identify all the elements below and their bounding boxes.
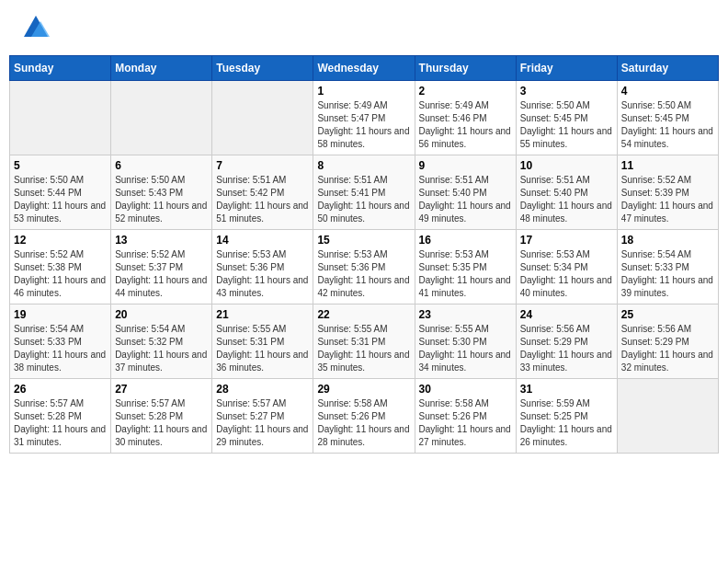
day-number: 30 xyxy=(419,383,512,396)
day-number: 24 xyxy=(520,308,613,321)
day-info: Sunrise: 5:51 AMSunset: 5:40 PMDaylight:… xyxy=(419,174,512,225)
calendar-cell: 8Sunrise: 5:51 AMSunset: 5:41 PMDaylight… xyxy=(313,155,415,230)
weekday-header: Saturday xyxy=(617,56,718,81)
calendar-cell: 29Sunrise: 5:58 AMSunset: 5:26 PMDayligh… xyxy=(313,379,415,454)
calendar-cell: 1Sunrise: 5:49 AMSunset: 5:47 PMDaylight… xyxy=(313,81,415,155)
calendar-cell: 16Sunrise: 5:53 AMSunset: 5:35 PMDayligh… xyxy=(415,230,516,304)
calendar-cell: 10Sunrise: 5:51 AMSunset: 5:40 PMDayligh… xyxy=(516,155,617,230)
day-info: Sunrise: 5:57 AMSunset: 5:28 PMDaylight:… xyxy=(115,397,208,449)
calendar-cell: 17Sunrise: 5:53 AMSunset: 5:34 PMDayligh… xyxy=(516,230,617,304)
day-number: 1 xyxy=(317,85,410,98)
calendar-cell: 7Sunrise: 5:51 AMSunset: 5:42 PMDaylight… xyxy=(212,155,313,230)
day-number: 27 xyxy=(115,383,208,396)
day-number: 8 xyxy=(317,159,410,172)
calendar-cell: 23Sunrise: 5:55 AMSunset: 5:30 PMDayligh… xyxy=(415,304,516,379)
day-number: 6 xyxy=(115,159,208,172)
weekday-header: Tuesday xyxy=(212,56,313,81)
calendar-cell xyxy=(212,81,313,155)
day-info: Sunrise: 5:58 AMSunset: 5:26 PMDaylight:… xyxy=(317,397,410,449)
day-info: Sunrise: 5:50 AMSunset: 5:45 PMDaylight:… xyxy=(520,99,613,151)
day-info: Sunrise: 5:56 AMSunset: 5:29 PMDaylight:… xyxy=(520,323,613,374)
day-number: 10 xyxy=(520,159,613,172)
day-info: Sunrise: 5:49 AMSunset: 5:46 PMDaylight:… xyxy=(419,99,512,151)
day-info: Sunrise: 5:51 AMSunset: 5:40 PMDaylight:… xyxy=(520,174,613,225)
calendar-cell: 30Sunrise: 5:58 AMSunset: 5:26 PMDayligh… xyxy=(415,379,516,454)
day-info: Sunrise: 5:55 AMSunset: 5:30 PMDaylight:… xyxy=(419,323,512,374)
calendar-cell xyxy=(10,81,111,155)
day-info: Sunrise: 5:55 AMSunset: 5:31 PMDaylight:… xyxy=(317,323,410,374)
day-number: 23 xyxy=(419,308,512,321)
calendar-week-row: 1Sunrise: 5:49 AMSunset: 5:47 PMDaylight… xyxy=(10,81,719,155)
calendar-cell: 2Sunrise: 5:49 AMSunset: 5:46 PMDaylight… xyxy=(415,81,516,155)
day-info: Sunrise: 5:53 AMSunset: 5:36 PMDaylight:… xyxy=(216,248,309,300)
calendar-table: SundayMondayTuesdayWednesdayThursdayFrid… xyxy=(9,55,719,454)
day-number: 18 xyxy=(621,234,714,247)
day-number: 15 xyxy=(317,234,410,247)
day-number: 17 xyxy=(520,234,613,247)
day-info: Sunrise: 5:57 AMSunset: 5:28 PMDaylight:… xyxy=(14,397,107,449)
day-number: 11 xyxy=(621,159,714,172)
day-number: 3 xyxy=(520,85,613,98)
day-number: 28 xyxy=(216,383,309,396)
calendar-cell: 5Sunrise: 5:50 AMSunset: 5:44 PMDaylight… xyxy=(10,155,111,230)
day-number: 21 xyxy=(216,308,309,321)
day-info: Sunrise: 5:59 AMSunset: 5:25 PMDaylight:… xyxy=(520,397,613,449)
day-info: Sunrise: 5:52 AMSunset: 5:37 PMDaylight:… xyxy=(115,248,208,300)
calendar-cell: 19Sunrise: 5:54 AMSunset: 5:33 PMDayligh… xyxy=(10,304,111,379)
weekday-header: Friday xyxy=(516,56,617,81)
day-info: Sunrise: 5:50 AMSunset: 5:45 PMDaylight:… xyxy=(621,99,714,151)
day-info: Sunrise: 5:50 AMSunset: 5:44 PMDaylight:… xyxy=(14,174,107,225)
calendar-cell: 26Sunrise: 5:57 AMSunset: 5:28 PMDayligh… xyxy=(10,379,111,454)
calendar-week-row: 5Sunrise: 5:50 AMSunset: 5:44 PMDaylight… xyxy=(10,155,719,230)
calendar-cell xyxy=(111,81,212,155)
calendar-cell: 3Sunrise: 5:50 AMSunset: 5:45 PMDaylight… xyxy=(516,81,617,155)
calendar-header: SundayMondayTuesdayWednesdayThursdayFrid… xyxy=(10,56,719,81)
weekday-header: Thursday xyxy=(415,56,516,81)
day-number: 12 xyxy=(14,234,107,247)
day-info: Sunrise: 5:56 AMSunset: 5:29 PMDaylight:… xyxy=(621,323,714,374)
day-number: 9 xyxy=(419,159,512,172)
calendar-cell: 6Sunrise: 5:50 AMSunset: 5:43 PMDaylight… xyxy=(111,155,212,230)
day-info: Sunrise: 5:49 AMSunset: 5:47 PMDaylight:… xyxy=(317,99,410,151)
day-info: Sunrise: 5:57 AMSunset: 5:27 PMDaylight:… xyxy=(216,397,309,449)
page-header xyxy=(9,9,719,46)
calendar-week-row: 12Sunrise: 5:52 AMSunset: 5:38 PMDayligh… xyxy=(10,230,719,304)
logo-icon xyxy=(22,14,50,41)
calendar-cell: 14Sunrise: 5:53 AMSunset: 5:36 PMDayligh… xyxy=(212,230,313,304)
day-number: 26 xyxy=(14,383,107,396)
calendar-cell: 11Sunrise: 5:52 AMSunset: 5:39 PMDayligh… xyxy=(617,155,718,230)
calendar-cell: 12Sunrise: 5:52 AMSunset: 5:38 PMDayligh… xyxy=(10,230,111,304)
day-info: Sunrise: 5:54 AMSunset: 5:32 PMDaylight:… xyxy=(115,323,208,374)
day-info: Sunrise: 5:53 AMSunset: 5:35 PMDaylight:… xyxy=(419,248,512,300)
day-info: Sunrise: 5:51 AMSunset: 5:42 PMDaylight:… xyxy=(216,174,309,225)
weekday-header: Monday xyxy=(111,56,212,81)
day-number: 7 xyxy=(216,159,309,172)
calendar-week-row: 26Sunrise: 5:57 AMSunset: 5:28 PMDayligh… xyxy=(10,379,719,454)
day-number: 4 xyxy=(621,85,714,98)
day-info: Sunrise: 5:52 AMSunset: 5:39 PMDaylight:… xyxy=(621,174,714,225)
day-number: 13 xyxy=(115,234,208,247)
day-number: 19 xyxy=(14,308,107,321)
calendar-week-row: 19Sunrise: 5:54 AMSunset: 5:33 PMDayligh… xyxy=(10,304,719,379)
day-number: 14 xyxy=(216,234,309,247)
day-number: 16 xyxy=(419,234,512,247)
calendar-cell: 20Sunrise: 5:54 AMSunset: 5:32 PMDayligh… xyxy=(111,304,212,379)
calendar-cell: 18Sunrise: 5:54 AMSunset: 5:33 PMDayligh… xyxy=(617,230,718,304)
calendar-cell xyxy=(617,379,718,454)
day-number: 25 xyxy=(621,308,714,321)
day-info: Sunrise: 5:55 AMSunset: 5:31 PMDaylight:… xyxy=(216,323,309,374)
calendar-cell: 4Sunrise: 5:50 AMSunset: 5:45 PMDaylight… xyxy=(617,81,718,155)
day-number: 2 xyxy=(419,85,512,98)
day-number: 31 xyxy=(520,383,613,396)
calendar-cell: 21Sunrise: 5:55 AMSunset: 5:31 PMDayligh… xyxy=(212,304,313,379)
weekday-header: Wednesday xyxy=(313,56,415,81)
day-info: Sunrise: 5:58 AMSunset: 5:26 PMDaylight:… xyxy=(419,397,512,449)
day-info: Sunrise: 5:54 AMSunset: 5:33 PMDaylight:… xyxy=(14,323,107,374)
calendar-cell: 27Sunrise: 5:57 AMSunset: 5:28 PMDayligh… xyxy=(111,379,212,454)
calendar-cell: 13Sunrise: 5:52 AMSunset: 5:37 PMDayligh… xyxy=(111,230,212,304)
calendar-cell: 24Sunrise: 5:56 AMSunset: 5:29 PMDayligh… xyxy=(516,304,617,379)
day-info: Sunrise: 5:51 AMSunset: 5:41 PMDaylight:… xyxy=(317,174,410,225)
day-number: 20 xyxy=(115,308,208,321)
calendar-cell: 25Sunrise: 5:56 AMSunset: 5:29 PMDayligh… xyxy=(617,304,718,379)
day-info: Sunrise: 5:52 AMSunset: 5:38 PMDaylight:… xyxy=(14,248,107,300)
